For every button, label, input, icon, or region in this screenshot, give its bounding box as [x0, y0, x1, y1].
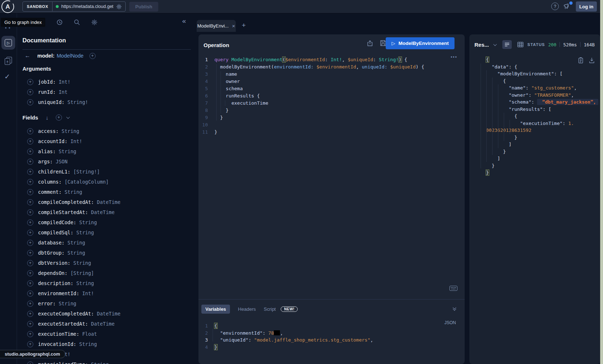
add-to-operation-button[interactable]: + [27, 331, 33, 337]
type-link[interactable]: ModelNode [57, 53, 84, 59]
formatted-view-toggle[interactable] [502, 40, 512, 49]
add-to-operation-button[interactable]: + [27, 361, 33, 364]
response-body[interactable]: { "data": { "modelByEnvironment": [ { "n… [469, 56, 600, 176]
field-type[interactable]: [String!] [70, 169, 100, 175]
field-type[interactable]: JSON [53, 159, 68, 164]
add-to-operation-button[interactable]: + [27, 230, 33, 236]
publish-button[interactable]: Publish [129, 2, 158, 12]
endpoint-url[interactable]: https://metadata.cloud.get [61, 4, 113, 9]
response-menu-chevron-icon[interactable] [493, 42, 497, 46]
settings-gear-icon[interactable] [91, 19, 98, 26]
add-to-operation-button[interactable]: + [27, 99, 33, 105]
sidebar-item-explorer[interactable]: ▷ [1, 36, 15, 50]
field-type[interactable]: String [76, 341, 97, 347]
add-to-operation-button[interactable]: + [27, 260, 33, 266]
add-to-operation-button[interactable]: + [27, 341, 33, 347]
collapse-panel-icon[interactable]: « [182, 17, 186, 25]
graph-index-icon[interactable] [5, 27, 10, 29]
variables-editor[interactable]: 1{2 "environmentId": 78,3 "uniqueId": "m… [198, 322, 465, 351]
field-type[interactable]: String [64, 240, 85, 246]
download-response-icon[interactable] [589, 57, 595, 64]
add-to-operation-button[interactable]: + [27, 159, 33, 165]
add-to-operation-button[interactable]: + [27, 301, 33, 307]
connection-settings-gear-icon[interactable] [116, 4, 122, 10]
operation-panel: Operation ▷ ModelByEnvironment 1query Mo… [198, 34, 465, 364]
add-to-operation-button[interactable]: + [27, 148, 33, 155]
field-type[interactable]: DateTime [88, 321, 114, 327]
field-type[interactable]: Int! [56, 79, 71, 85]
add-to-operation-button[interactable]: + [27, 321, 33, 327]
response-size: 164B [584, 42, 595, 47]
add-to-operation-button[interactable]: + [27, 138, 33, 145]
field-type[interactable]: String [70, 260, 91, 266]
field-row: +args: JSON [22, 156, 121, 167]
add-to-operation-button[interactable]: + [27, 209, 33, 216]
field-type[interactable]: DateTime [94, 199, 120, 205]
field-type[interactable]: String [62, 189, 82, 195]
add-to-operation-button[interactable]: + [27, 189, 33, 195]
add-to-operation-button[interactable]: + [27, 128, 33, 134]
share-icon[interactable] [367, 40, 373, 47]
sort-descending-icon[interactable]: ↓ [46, 114, 49, 121]
field-type[interactable]: Int! [79, 290, 94, 296]
tab-headers[interactable]: Headers [238, 305, 256, 314]
field-type[interactable]: String [59, 128, 79, 134]
add-to-operation-button[interactable]: + [27, 179, 33, 185]
field-type[interactable]: Float [79, 331, 97, 337]
field-type[interactable]: String! [64, 99, 88, 105]
operation-tab[interactable]: ModelByEnvi... × [197, 20, 236, 32]
announcements-megaphone-icon[interactable] [563, 2, 572, 11]
field-row: +compiledCode: String [22, 217, 121, 227]
add-to-operation-button[interactable]: + [27, 169, 33, 175]
sidebar-item-schema[interactable]: ± [5, 57, 13, 65]
field-type[interactable]: String [76, 219, 97, 225]
run-operation-button[interactable]: ▷ ModelByEnvironment [386, 37, 455, 49]
add-to-operation-button[interactable]: + [27, 280, 33, 286]
tab-variables[interactable]: Variables [201, 305, 230, 314]
editor-overflow-menu-icon[interactable]: ••• [451, 55, 457, 60]
field-type[interactable]: DateTime [94, 311, 120, 317]
add-to-operation-button[interactable]: + [27, 311, 33, 317]
field-type[interactable]: String [56, 301, 76, 306]
add-to-operation-button[interactable]: + [27, 240, 33, 246]
back-arrow-icon[interactable]: ← [25, 53, 30, 59]
chevron-down-icon[interactable] [66, 115, 70, 119]
collapse-variables-icon[interactable] [453, 307, 455, 311]
field-type[interactable]: [String] [67, 270, 94, 276]
add-to-operation-button[interactable]: + [27, 270, 33, 276]
add-to-operation-button[interactable]: + [27, 290, 33, 297]
sidebar-item-checks[interactable]: ✓ [4, 72, 10, 81]
field-type[interactable]: Int [56, 89, 68, 95]
field-type[interactable]: [CatalogColumn] [62, 179, 109, 185]
add-type-button[interactable]: + [89, 53, 96, 59]
search-icon[interactable] [74, 19, 80, 26]
add-to-operation-button[interactable]: + [27, 89, 33, 95]
field-type[interactable]: String [64, 250, 85, 256]
field-name: comment: [38, 189, 62, 195]
endpoint-url-field[interactable]: https://metadata.cloud.get [53, 2, 125, 11]
field-row: +dbtVersion: String [22, 258, 121, 268]
response-line: "modelByEnvironment": [ [469, 70, 600, 78]
table-view-toggle[interactable] [517, 42, 524, 47]
history-clock-icon[interactable] [56, 19, 63, 26]
add-to-operation-button[interactable]: + [27, 199, 33, 205]
close-tab-icon[interactable]: × [232, 23, 235, 29]
field-type[interactable]: String [74, 280, 94, 286]
add-to-operation-button[interactable]: + [27, 219, 33, 226]
apollo-logo[interactable]: A [1, 0, 14, 13]
copy-response-icon[interactable] [578, 57, 584, 64]
add-to-operation-button[interactable]: + [27, 250, 33, 256]
login-button[interactable]: Log in [576, 1, 597, 12]
field-type[interactable]: String [74, 230, 94, 235]
field-type[interactable]: String [56, 148, 76, 154]
tab-script[interactable]: Script [264, 305, 276, 314]
field-type[interactable]: Int! [67, 138, 82, 144]
field-type[interactable]: DateTime [88, 209, 114, 215]
new-tab-button[interactable]: + [239, 21, 248, 30]
add-all-fields-button[interactable]: + [56, 114, 62, 121]
add-to-operation-button[interactable]: + [27, 79, 33, 85]
field-type[interactable]: String [88, 361, 109, 364]
keyboard-shortcuts-icon[interactable] [449, 286, 457, 291]
operation-editor[interactable]: 1query ModelByEnvironment($environmentId… [198, 56, 465, 136]
help-icon[interactable]: ? [551, 3, 559, 10]
